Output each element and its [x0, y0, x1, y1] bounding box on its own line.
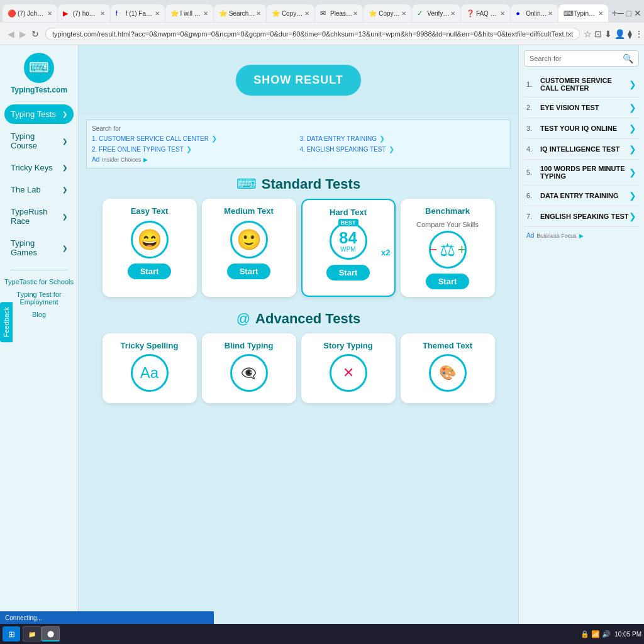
tab-6[interactable]: ⭐Copywriting✕ [267, 4, 314, 22]
ad-item-1-label: 1. CUSTOMER SERVICE CALL CENTER [92, 135, 209, 142]
sidebar-item-tricky-keys[interactable]: Tricky Keys ❯ [4, 158, 74, 177]
ad-item-3[interactable]: 3. DATA ENTRY TRAINING ❯ [300, 135, 506, 143]
network-icon[interactable]: 📶 [591, 630, 600, 638]
scales-icon: ⚖ [440, 240, 455, 260]
sidebar-tricky-keys-label: Tricky Keys [11, 163, 53, 172]
tab-3[interactable]: ff (1) Facebook✕ [111, 4, 165, 22]
tab-11[interactable]: ●Online Voic✕ [511, 4, 558, 22]
sidebar-chevron-0: ❯ [62, 111, 67, 118]
sidebar-typing-tests-label: Typing Tests [11, 109, 56, 119]
sidebar-chevron-2: ❯ [62, 164, 67, 171]
rs-ad-label: Business Focus [536, 233, 577, 239]
standard-tests-header: ⌨ Standard Tests [79, 176, 518, 192]
ad-item-4[interactable]: 4. ENGLISH SPEAKING TEST ❯ [300, 145, 506, 153]
start-button[interactable]: ⊞ [3, 626, 20, 641]
address-bar[interactable]: typingtest.com/result.html?acc=0&nwpm=0&… [45, 28, 580, 40]
easy-text-icon: 😄 [131, 221, 169, 258]
inline-ad: Search for 1. CUSTOMER SERVICE CALL CENT… [86, 119, 511, 169]
rs-num-7: 7. [526, 213, 536, 220]
logo-icon: ⌨ [24, 53, 54, 83]
cast-icon[interactable]: ⊡ [594, 29, 602, 39]
x2-badge: x2 [381, 248, 390, 257]
rs-label-3: TEST YOUR IQ ONLINE [540, 125, 629, 132]
download-icon[interactable]: ⬇ [604, 29, 612, 39]
rs-item-2[interactable]: 2. EYE VISION TEST ❯ [524, 97, 639, 118]
sidebar-item-typing-course[interactable]: Typing Course ❯ [4, 126, 74, 155]
window-close-button[interactable]: ✕ [634, 8, 641, 18]
themed-text-card: Themed Text 🎨 [401, 333, 495, 403]
sidebar-link-typetastic[interactable]: TypeTastic for Schools [4, 278, 74, 286]
tab-8[interactable]: ⭐Copywriting✕ [364, 4, 411, 22]
nav-bar: ◀ ▶ ↻ typingtest.com/result.html?acc=0&n… [0, 23, 644, 45]
rs-item-1[interactable]: 1. CUSTOMER SERVICE CALL CENTER ❯ [524, 72, 639, 97]
rs-num-5: 5. [526, 169, 536, 176]
hard-text-start-button[interactable]: Start [326, 265, 370, 280]
privacy-icon[interactable]: 🔒 [580, 630, 589, 638]
sidebar-item-typing-tests[interactable]: Typing Tests ❯ [4, 104, 74, 124]
extensions-icon[interactable]: ⧫ [628, 29, 632, 39]
rs-item-3[interactable]: 3. TEST YOUR IQ ONLINE ❯ [524, 118, 639, 139]
main-content: SHOW RESULT Search for 1. CUSTOMER SERVI… [79, 45, 518, 644]
window-restore-button[interactable]: □ [626, 8, 631, 18]
medium-text-title: Medium Text [208, 206, 290, 216]
rs-item-6[interactable]: 6. DATA ENTRY TRAINING ❯ [524, 186, 639, 206]
ad-footer-icon: Ad [92, 156, 99, 163]
rs-item-5[interactable]: 5. 100 WORDS PER MINUTE TYPING ❯ [524, 160, 639, 186]
benchmark-subtitle: Compare Your Skills [407, 221, 489, 228]
ad-item-3-label: 3. DATA ENTRY TRAINING [300, 135, 377, 142]
easy-text-start-button[interactable]: Start [128, 264, 172, 279]
sidebar-item-typing-games[interactable]: Typing Games ❯ [4, 233, 74, 262]
profile-icon[interactable]: 👤 [614, 29, 625, 39]
sidebar-item-typerush-race[interactable]: TypeRush Race ❯ [4, 202, 74, 231]
easy-text-card: Easy Text 😄 Start [103, 199, 197, 297]
rs-ad-footer: Ad Business Focus ▶ [524, 230, 639, 242]
main-layout: ⌨ TypingTest.com Typing Tests ❯ Typing C… [0, 45, 644, 644]
ad-item-2-label: 2. FREE ONLINE TYPING TEST [92, 146, 184, 153]
taskbar-right: 🔒 📶 🔊 10:05 PM [580, 630, 641, 638]
window-minimize-button[interactable]: ─ [618, 8, 624, 18]
tab-4[interactable]: ⭐I will be you✕ [165, 4, 213, 22]
at-icon: @ [236, 311, 250, 327]
sidebar-chevron-5: ❯ [62, 245, 67, 252]
taskbar-explorer[interactable]: 📁 [23, 626, 42, 641]
ad-item-2[interactable]: 2. FREE ONLINE TYPING TEST ❯ [92, 145, 297, 153]
tab-9[interactable]: ✓Verify Email✕ [412, 4, 460, 22]
ad-item-1[interactable]: 1. CUSTOMER SERVICE CALL CENTER ❯ [92, 135, 297, 143]
menu-icon[interactable]: ⋮ [635, 29, 643, 39]
advanced-tests-header: @ Advanced Tests [79, 311, 518, 327]
rs-item-7[interactable]: 7. ENGLISH SPEAKING TEST ❯ [524, 206, 639, 227]
rs-ad-icon: Ad [526, 232, 534, 239]
tab-2[interactable]: ▶(7) how to p...✕ [58, 4, 110, 22]
bookmark-icon[interactable]: ☆ [584, 29, 592, 39]
tricky-spelling-card: Tricky Spelling Aa [103, 333, 197, 403]
sidebar-item-the-lab[interactable]: The Lab ❯ [4, 180, 74, 199]
rs-arrow-3: ❯ [629, 123, 636, 133]
ad-search-label: Search for [92, 125, 505, 132]
forward-button[interactable]: ▶ [17, 28, 29, 40]
back-button[interactable]: ◀ [5, 28, 17, 40]
sidebar-typing-games-label: Typing Games [11, 238, 62, 257]
reload-button[interactable]: ↻ [29, 28, 42, 40]
taskbar-chrome[interactable]: ⬤ [42, 626, 60, 641]
tab-5[interactable]: ⭐Search Req...✕ [214, 4, 266, 22]
tab-10[interactable]: ❓FAQ exampl✕ [461, 4, 510, 22]
feedback-tab[interactable]: Feedback [0, 302, 13, 342]
ad-footer: Ad Insider Choices ▶ [92, 156, 505, 163]
volume-icon[interactable]: 🔊 [602, 630, 611, 638]
tab-1[interactable]: 🔴(7) Johnny C...✕ [3, 4, 57, 22]
new-tab-button[interactable]: + [611, 8, 617, 19]
tab-12-active[interactable]: ⌨TypingTest...✕ [558, 4, 608, 22]
ad-arrow-3: ❯ [379, 135, 385, 143]
address-text: typingtest.com/result.html?acc=0&nwpm=0&… [52, 30, 573, 38]
right-sidebar: Search for 🔍 1. CUSTOMER SERVICE CALL CE… [518, 45, 644, 644]
tab-7[interactable]: ✉Please verif✕ [315, 4, 363, 22]
search-for-box: Search for 🔍 [524, 50, 639, 67]
sidebar-link-blog[interactable]: Blog [32, 311, 46, 318]
connecting-text: Connecting... [5, 614, 42, 621]
medium-text-start-button[interactable]: Start [227, 264, 271, 279]
show-result-button[interactable]: SHOW RESULT [236, 65, 361, 96]
benchmark-start-button[interactable]: Start [426, 274, 470, 289]
sidebar-the-lab-label: The Lab [11, 185, 41, 194]
rs-label-7: ENGLISH SPEAKING TEST [540, 213, 629, 220]
rs-item-4[interactable]: 4. IQ INTELLIGENCE TEST ❯ [524, 139, 639, 160]
